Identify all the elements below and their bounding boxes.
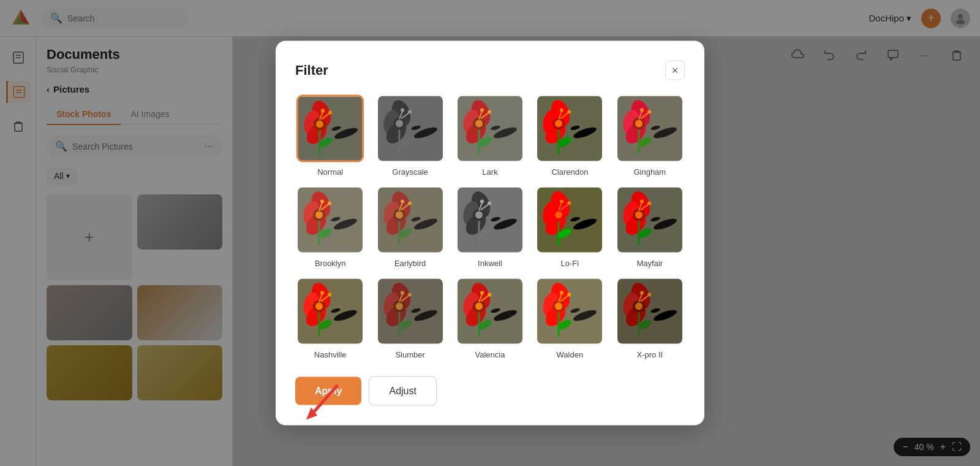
filter-item-inkwell[interactable]: Inkwell	[455, 186, 525, 268]
svg-point-49	[475, 120, 483, 128]
svg-point-139	[567, 202, 571, 205]
svg-point-119	[475, 212, 483, 219]
svg-point-39	[401, 109, 404, 112]
svg-point-207	[560, 291, 564, 295]
filter-thumb-walden	[536, 278, 603, 345]
svg-point-81	[640, 109, 644, 112]
filter-thumb-lark	[456, 95, 524, 162]
filter-label-xpro2: X-pro II	[636, 350, 663, 359]
svg-point-35	[396, 120, 403, 128]
svg-point-167	[328, 293, 331, 297]
svg-point-21	[316, 121, 323, 128]
filter-label-mayfair: Mayfair	[636, 259, 663, 268]
adjust-button[interactable]: Adjust	[369, 376, 436, 406]
svg-point-153	[647, 202, 651, 205]
svg-point-221	[640, 291, 644, 295]
filter-label-inkwell: Inkwell	[478, 259, 502, 268]
svg-point-203	[555, 303, 562, 310]
svg-point-77	[635, 120, 643, 128]
filter-label-walden: Walden	[557, 350, 584, 359]
svg-point-69	[567, 110, 571, 114]
svg-point-97	[328, 202, 331, 205]
filter-thumb-lofi	[536, 186, 603, 254]
filter-thumb-brooklyn	[296, 186, 364, 254]
svg-point-53	[480, 109, 484, 112]
filter-label-normal: Normal	[317, 167, 343, 177]
filter-item-nashville[interactable]: Nashville	[295, 278, 365, 359]
svg-line-224	[312, 386, 337, 414]
filter-thumb-nashville	[296, 278, 364, 345]
svg-point-223	[647, 293, 651, 297]
filter-label-gingham: Gingham	[633, 167, 666, 177]
svg-point-125	[488, 202, 491, 205]
svg-point-83	[647, 110, 651, 114]
filter-label-nashville: Nashville	[314, 350, 347, 359]
filter-item-valencia[interactable]: Valencia	[455, 278, 525, 359]
svg-point-63	[555, 120, 562, 128]
svg-point-25	[321, 109, 325, 113]
filter-item-brooklyn[interactable]: Brooklyn	[295, 186, 365, 268]
svg-point-147	[635, 212, 643, 219]
filter-item-earlybird[interactable]: Earlybird	[375, 186, 445, 268]
svg-point-55	[488, 110, 491, 114]
svg-point-181	[408, 293, 412, 297]
filter-thumb-xpro2	[616, 278, 684, 345]
modal-title: Filter	[295, 63, 328, 78]
filter-grid: Normal Grayscale	[295, 95, 685, 359]
filter-label-lofi: Lo-Fi	[561, 259, 579, 268]
filter-item-mayfair[interactable]: Mayfair	[615, 186, 685, 268]
filter-item-walden[interactable]: Walden	[535, 278, 605, 359]
svg-point-193	[480, 291, 484, 295]
svg-point-95	[320, 200, 324, 204]
filter-item-gingham[interactable]: Gingham	[615, 95, 685, 177]
filter-thumb-normal	[296, 95, 364, 162]
modal-close-button[interactable]: ×	[665, 61, 685, 80]
svg-point-27	[328, 111, 332, 115]
svg-point-165	[320, 291, 324, 295]
filter-item-grayscale[interactable]: Grayscale	[375, 95, 445, 177]
filter-thumb-earlybird	[377, 186, 444, 254]
filter-label-brooklyn: Brooklyn	[315, 259, 346, 268]
svg-point-41	[408, 110, 412, 114]
filter-thumb-clarendon	[536, 95, 603, 162]
filter-label-earlybird: Earlybird	[394, 259, 426, 268]
svg-point-109	[401, 200, 404, 204]
filter-thumb-mayfair	[616, 186, 684, 254]
svg-point-175	[396, 303, 403, 310]
filter-item-clarendon[interactable]: Clarendon	[535, 95, 605, 177]
svg-point-133	[555, 212, 562, 219]
filter-label-lark: Lark	[482, 167, 497, 177]
svg-point-161	[315, 303, 323, 310]
filter-thumb-slumber	[377, 278, 444, 345]
filter-thumb-grayscale	[377, 95, 444, 162]
filter-label-slumber: Slumber	[395, 350, 424, 359]
svg-point-151	[640, 200, 644, 204]
filter-item-lark[interactable]: Lark	[455, 95, 525, 177]
svg-point-91	[315, 212, 323, 219]
filter-thumb-valencia	[456, 278, 524, 345]
modal-footer: Apply Adjust	[295, 376, 685, 406]
svg-point-209	[567, 293, 571, 297]
filter-thumb-inkwell	[456, 186, 524, 254]
filter-modal: Filter × Normal	[276, 41, 704, 426]
svg-point-179	[401, 291, 404, 295]
filter-item-slumber[interactable]: Slumber	[375, 278, 445, 359]
filter-item-lofi[interactable]: Lo-Fi	[535, 186, 605, 268]
svg-point-123	[480, 200, 484, 204]
filter-label-grayscale: Grayscale	[392, 167, 428, 177]
filter-thumb-gingham	[616, 95, 684, 162]
svg-point-111	[408, 202, 412, 205]
svg-point-137	[560, 200, 564, 204]
filter-label-valencia: Valencia	[475, 350, 505, 359]
filter-item-normal[interactable]: Normal	[295, 95, 365, 177]
svg-point-105	[396, 212, 403, 219]
filter-label-clarendon: Clarendon	[551, 167, 588, 177]
svg-point-195	[488, 293, 491, 297]
svg-point-67	[560, 109, 564, 112]
modal-header: Filter ×	[295, 61, 685, 80]
svg-point-189	[475, 303, 483, 310]
svg-point-217	[635, 303, 643, 310]
filter-item-xpro2[interactable]: X-pro II	[615, 278, 685, 359]
